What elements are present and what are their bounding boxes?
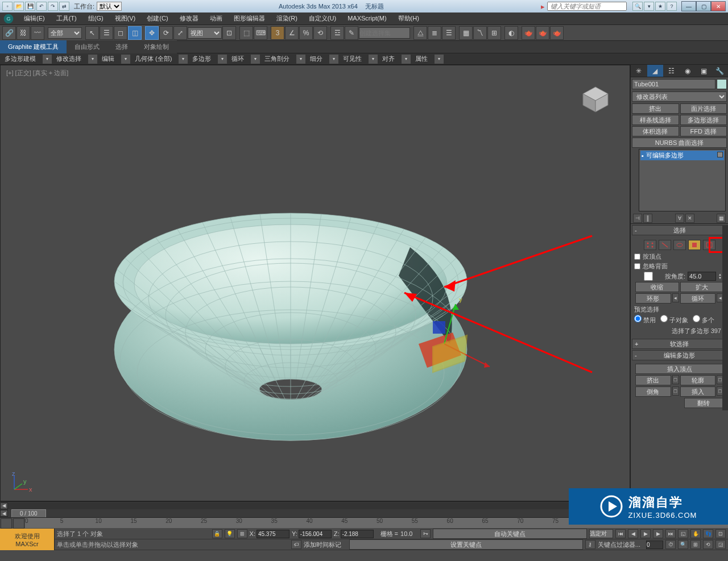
modifier-preset-button[interactable]: FFD 选择 <box>680 126 727 136</box>
named-sel-icon[interactable]: ☲ <box>330 26 344 40</box>
inset-button[interactable]: 插入 <box>680 387 716 397</box>
menu-编辑(E)[interactable]: 编辑(E) <box>18 13 51 23</box>
keyboard-shortcut-icon[interactable]: ⌨ <box>254 26 267 40</box>
add-time-tag[interactable]: 添加时间标记 <box>304 541 341 549</box>
menu-修改器[interactable]: 修改器 <box>174 13 204 23</box>
border-mode-icon[interactable] <box>673 240 686 250</box>
chevron-down-icon[interactable]: ▾ <box>43 55 52 64</box>
help-icon[interactable]: ? <box>667 2 677 11</box>
tag-icon[interactable]: 🏷 <box>291 540 301 549</box>
dropdown-icon[interactable]: ▾ <box>644 2 654 11</box>
ribbon-panel[interactable]: 多边形建模 <box>0 53 40 65</box>
maximize-button[interactable]: ▢ <box>696 1 711 11</box>
outline-button[interactable]: 轮廓 <box>680 375 716 385</box>
viewport[interactable]: [+] [正交] [真实 + 边面] <box>0 65 630 501</box>
rollout-editpoly[interactable]: -编辑多边形 <box>632 350 727 360</box>
material-editor-icon[interactable]: ◐ <box>504 26 518 40</box>
grow-button[interactable]: 扩大 <box>680 282 724 292</box>
menu-图形编辑器[interactable]: 图形编辑器 <box>228 13 271 23</box>
chevron-down-icon[interactable]: ▾ <box>218 55 227 64</box>
save-icon[interactable]: 💾 <box>25 2 35 11</box>
chevron-down-icon[interactable]: ▾ <box>435 55 444 64</box>
stack-item[interactable]: ▪ 可编辑多边形 <box>640 151 724 160</box>
snap-3d-icon[interactable]: 3 <box>271 26 284 40</box>
timeline-key-icon[interactable] <box>13 518 24 529</box>
key-filter-button[interactable]: 关键点过滤器... <box>598 541 640 549</box>
link-tool-icon[interactable]: 🔗 <box>2 26 16 40</box>
coord-x[interactable] <box>257 530 289 538</box>
menu-创建(C)[interactable]: 创建(C) <box>141 13 173 23</box>
lock-icon[interactable]: 🔒 <box>212 529 222 538</box>
script-listener[interactable]: 欢迎使用MAXScr <box>0 529 55 550</box>
link-icon[interactable]: ⇄ <box>59 2 69 11</box>
ribbon-tab[interactable]: 自由形式 <box>67 40 107 53</box>
setkey-button[interactable]: 设置关键点 <box>349 539 582 550</box>
close-button[interactable]: ✕ <box>711 1 726 11</box>
align-icon[interactable]: ≣ <box>428 26 441 40</box>
vp-walk-icon[interactable]: 👣 <box>703 529 713 538</box>
select-icon[interactable]: ↖ <box>85 26 99 40</box>
modify-tab-icon[interactable]: ◢ <box>647 65 664 77</box>
vertex-mode-icon[interactable] <box>644 240 656 250</box>
play-icon[interactable]: ▶ <box>640 529 651 538</box>
select-manip-icon[interactable]: ⬚ <box>239 26 253 40</box>
undo-icon[interactable]: ↶ <box>36 2 47 11</box>
vp-pan-icon[interactable]: ✋ <box>690 529 701 538</box>
menu-视图(V)[interactable]: 视图(V) <box>109 13 142 23</box>
sel-target-input[interactable] <box>589 529 613 538</box>
modifier-list-dropdown[interactable]: 修改器列表 <box>632 92 727 102</box>
chevron-down-icon[interactable]: ▾ <box>179 55 188 64</box>
viewcube[interactable] <box>578 82 613 117</box>
menu-动画[interactable]: 动画 <box>204 13 228 23</box>
bind-space-warp-icon[interactable]: 〰 <box>31 26 44 40</box>
coord-y[interactable] <box>299 530 332 538</box>
modifier-preset-button[interactable]: 面片选择 <box>680 103 727 114</box>
bevel-button[interactable]: 倒角 <box>635 387 671 397</box>
spinner-snap-icon[interactable]: ⟲ <box>313 26 327 40</box>
time-thumb[interactable]: 0 / 100 <box>11 509 46 518</box>
named-sel-edit-icon[interactable]: ✎ <box>345 26 358 40</box>
chevron-down-icon[interactable]: ▾ <box>369 55 378 64</box>
rollout-selection[interactable]: -选择 <box>632 225 727 235</box>
mirror-icon[interactable]: ⧋ <box>413 26 427 40</box>
menu-帮助(H)[interactable]: 帮助(H) <box>392 13 425 23</box>
select-name-icon[interactable]: ☰ <box>100 26 113 40</box>
viewport-label[interactable]: [+] [正交] [真实 + 边面] <box>6 69 68 77</box>
ref-coord-dropdown[interactable]: 视图 <box>188 27 222 39</box>
rotate-icon[interactable]: ⟳ <box>159 26 173 40</box>
layers-icon[interactable]: ☰ <box>442 26 456 40</box>
modifier-preset-button[interactable]: 样条线选择 <box>632 115 679 125</box>
move-icon[interactable]: ✥ <box>145 26 159 40</box>
selection-set-input[interactable] <box>359 27 410 39</box>
modifier-stack[interactable]: ▪ 可编辑多边形 <box>639 149 726 211</box>
extrude-button[interactable]: 挤出 <box>635 375 671 385</box>
bevel-opt[interactable]: □ <box>672 387 679 396</box>
ribbon-tab[interactable]: 对象绘制 <box>136 40 177 53</box>
workspace-dropdown[interactable]: 默认 <box>97 2 122 11</box>
ribbon-tab[interactable]: Graphite 建模工具 <box>0 40 67 53</box>
ribbon-panel[interactable]: 循环 <box>227 53 249 65</box>
scroll-left-icon[interactable]: ◀ <box>0 502 8 509</box>
time-config-icon[interactable]: ⏱ <box>665 540 676 549</box>
pin-stack-icon[interactable]: ⊣ <box>633 214 642 223</box>
app-icon[interactable]: G <box>2 13 15 24</box>
preview-multi[interactable] <box>693 315 700 322</box>
menu-MAXScript(M)[interactable]: MAXScript(M) <box>342 13 392 23</box>
by-vertex-check[interactable] <box>634 254 640 260</box>
modifier-preset-button[interactable]: 体积选择 <box>632 126 679 136</box>
new-icon[interactable]: ▫ <box>2 2 13 11</box>
by-angle-check[interactable] <box>634 272 663 281</box>
schematic-icon[interactable]: ⊞ <box>487 26 501 40</box>
object-color-swatch[interactable] <box>717 79 727 89</box>
ribbon-panel[interactable]: 对齐 <box>378 53 399 65</box>
chevron-down-icon[interactable]: ▾ <box>402 55 411 64</box>
object-name-field[interactable] <box>632 79 715 89</box>
angle-snap-icon[interactable]: ∠ <box>285 26 299 40</box>
remove-icon[interactable]: ✕ <box>685 214 694 223</box>
window-crossing-icon[interactable]: ◫ <box>128 26 142 40</box>
modifier-preset-button[interactable]: 多边形选择 <box>680 115 727 125</box>
insert-vertex-button[interactable]: 插入顶点 <box>635 364 723 374</box>
vp-zoom-icon[interactable]: 🔍 <box>678 540 688 549</box>
play-start-icon[interactable]: ⏮ <box>615 529 626 538</box>
unique-icon[interactable]: ∀ <box>675 214 684 223</box>
